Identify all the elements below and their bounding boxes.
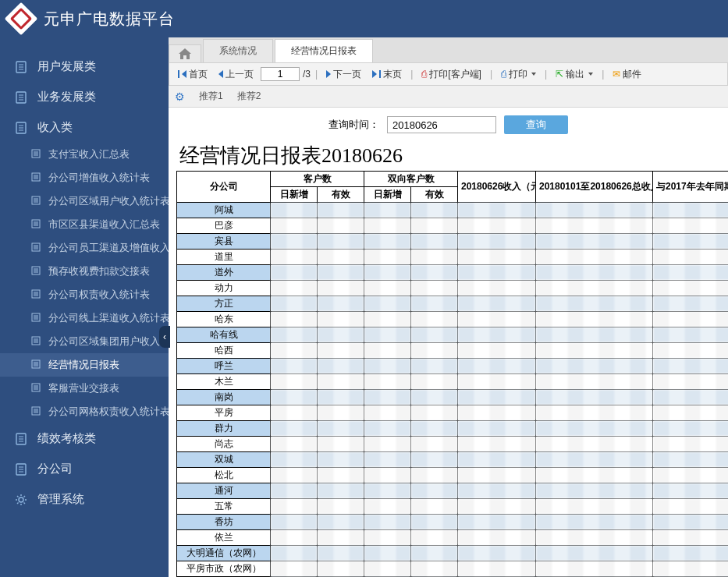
cell-value	[318, 421, 364, 437]
sidebar-item[interactable]: 支付宝收入汇总表	[0, 143, 169, 166]
cell-value	[458, 405, 536, 421]
app-header: 元申广电数据平台	[0, 0, 728, 37]
cell-value	[271, 437, 318, 452]
table-row: 动力	[177, 281, 729, 296]
cell-value	[458, 390, 536, 405]
cell-value	[653, 421, 729, 437]
cell-branch: 通河	[177, 483, 271, 499]
sidebar-item[interactable]: 市区区县渠道收入汇总表	[0, 213, 169, 236]
sidebar-item-label: 分公司区域用户收入统计表	[48, 194, 169, 208]
cell-value	[271, 218, 318, 234]
sidebar-item-label: 分公司权责收入统计表	[48, 288, 150, 302]
cell-value	[271, 561, 318, 577]
print-icon: ⎙	[501, 69, 506, 80]
cell-value	[653, 265, 729, 281]
sidebar-category-label: 管理系统	[37, 492, 84, 507]
sidebar-item-label: 市区区县渠道收入汇总表	[48, 218, 160, 232]
sidebar-item[interactable]: 预存收视费扣款交接表	[0, 260, 169, 283]
tab[interactable]: 经营情况日报表	[275, 39, 373, 62]
cell-value	[458, 359, 536, 374]
doc-icon	[14, 432, 28, 446]
cell-value	[318, 390, 364, 405]
cell-value	[271, 452, 318, 468]
sidebar-item[interactable]: 经营情况日报表	[0, 353, 169, 377]
tab[interactable]: 系统情况	[203, 39, 273, 62]
sidebar-item-label: 客服营业交接表	[48, 381, 119, 395]
sidebar-item[interactable]: 分公司区域集团用户收入统...	[0, 330, 169, 353]
cell-value	[318, 327, 364, 343]
cell-branch: 双城	[177, 452, 271, 468]
cell-value	[653, 374, 729, 390]
cell-value	[271, 468, 318, 483]
sidebar-item[interactable]: 分公司网格权责收入统计表	[0, 400, 169, 423]
sidebar: 用户发展类业务发展类收入类支付宝收入汇总表分公司增值收入统计表分公司区域用户收入…	[0, 37, 169, 577]
cell-branch: 平房市政（农网）	[177, 561, 271, 577]
cell-value	[318, 374, 364, 390]
col-customers: 客户数	[271, 172, 364, 187]
filter-recommend-2[interactable]: 推荐2	[237, 90, 261, 103]
cell-branch: 哈西	[177, 343, 271, 359]
col-valid: 有效	[318, 187, 364, 203]
query-button[interactable]: 查询	[504, 115, 568, 134]
first-page-button[interactable]: 首页	[174, 66, 211, 83]
pager-toolbar: 首页 上一页 /3 | 下一页 末页 | ⎙打印[客户端] | ⎙打印 | ⇱输…	[169, 62, 728, 86]
cell-value	[653, 483, 729, 499]
table-row: 道外	[177, 265, 729, 281]
cell-value	[271, 296, 318, 312]
doc-icon	[14, 121, 28, 135]
cell-value	[364, 390, 411, 405]
cell-value	[536, 203, 653, 218]
prev-page-button[interactable]: 上一页	[215, 66, 257, 83]
last-page-button[interactable]: 末页	[368, 66, 406, 83]
sidebar-item[interactable]: 客服营业交接表	[0, 377, 169, 400]
cell-value	[318, 468, 364, 483]
cell-value	[653, 327, 729, 343]
col-bidir-customers: 双向客户数	[364, 172, 458, 187]
filter-icon[interactable]: ⚙	[175, 90, 185, 103]
cell-value	[271, 281, 318, 296]
sidebar-item-label: 分公司员工渠道及增值收入...	[48, 241, 169, 255]
table-row: 群力	[177, 421, 729, 437]
table-row: 平房	[177, 405, 729, 421]
cell-value	[318, 452, 364, 468]
sidebar-category[interactable]: 收入类	[0, 112, 169, 143]
sidebar-item[interactable]: 分公司线上渠道收入统计表	[0, 306, 169, 330]
sidebar-category[interactable]: 绩效考核类	[0, 423, 169, 454]
cell-value	[318, 218, 364, 234]
sidebar-item[interactable]: 分公司权责收入统计表	[0, 283, 169, 306]
print-client-button[interactable]: ⎙打印[客户端]	[417, 66, 485, 83]
cell-value	[271, 374, 318, 390]
cell-value	[364, 343, 411, 359]
cell-value	[653, 437, 729, 452]
sidebar-category[interactable]: 分公司	[0, 454, 169, 484]
cell-value	[271, 483, 318, 499]
sidebar-item-label: 分公司网格权责收入统计表	[48, 405, 169, 419]
export-button[interactable]: ⇱输出	[552, 66, 597, 83]
filter-recommend-1[interactable]: 推荐1	[199, 90, 223, 103]
cell-value	[458, 468, 536, 483]
tab-home[interactable]	[169, 44, 201, 62]
page-number-input[interactable]	[261, 67, 300, 81]
table-row: 松北	[177, 468, 729, 483]
sidebar-collapse-handle[interactable]: ‹	[159, 326, 170, 348]
cell-branch: 阿城	[177, 203, 271, 218]
cell-value	[411, 234, 458, 250]
cell-value	[318, 234, 364, 250]
next-page-button[interactable]: 下一页	[322, 66, 365, 83]
query-date-input[interactable]	[387, 116, 496, 133]
cell-value	[271, 327, 318, 343]
sidebar-category[interactable]: 管理系统	[0, 484, 169, 515]
sidebar-category[interactable]: 用户发展类	[0, 51, 169, 82]
sidebar-item[interactable]: 分公司区域用户收入统计表	[0, 189, 169, 213]
sidebar-category[interactable]: 业务发展类	[0, 82, 169, 112]
print-button[interactable]: ⎙打印	[497, 66, 540, 83]
report-icon	[31, 219, 42, 230]
cell-value	[271, 499, 318, 515]
cell-value	[536, 343, 653, 359]
sidebar-item[interactable]: 分公司增值收入统计表	[0, 166, 169, 189]
sidebar-item[interactable]: 分公司员工渠道及增值收入...	[0, 236, 169, 260]
report-icon	[31, 149, 42, 160]
cell-value	[411, 265, 458, 281]
gear-icon	[14, 493, 28, 507]
mail-button[interactable]: ✉邮件	[609, 66, 645, 83]
